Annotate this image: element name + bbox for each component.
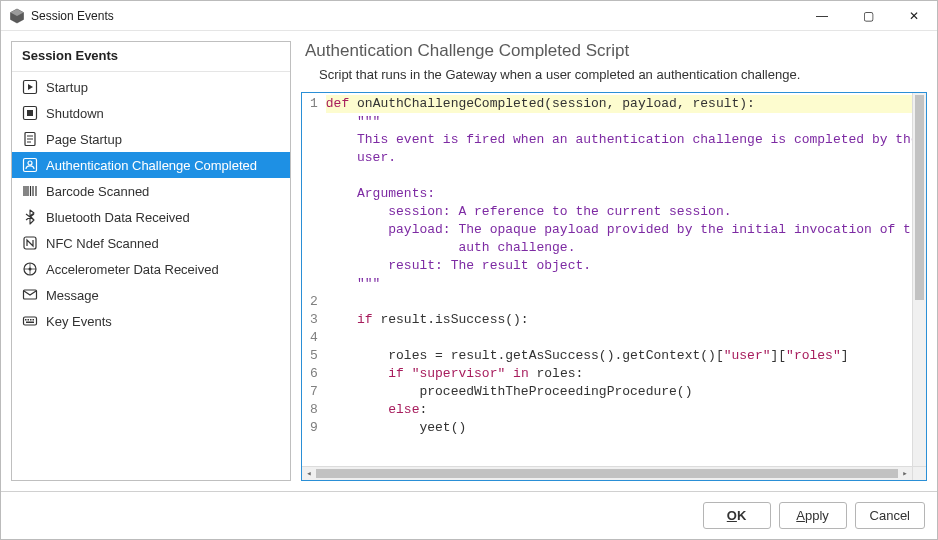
accel-icon <box>22 261 38 277</box>
gutter-line: 1 <box>310 95 318 113</box>
svg-rect-28 <box>33 319 35 321</box>
code-line[interactable]: proceedWithTheProceedingProcedure() <box>326 383 926 401</box>
code-gutter: 123456789 <box>302 93 322 480</box>
bluetooth-icon <box>22 209 38 225</box>
message-icon <box>22 287 38 303</box>
gutter-line <box>310 131 318 149</box>
gutter-line: 7 <box>310 383 318 401</box>
sidebar-item-label: Accelerometer Data Received <box>46 262 219 277</box>
code-line[interactable]: Arguments: <box>326 185 926 203</box>
code-line[interactable]: else: <box>326 401 926 419</box>
code-line[interactable]: session: A reference to the current sess… <box>326 203 926 221</box>
sidebar-item-label: Page Startup <box>46 132 122 147</box>
code-line[interactable]: auth challenge. <box>326 239 926 257</box>
code-line[interactable]: user. <box>326 149 926 167</box>
code-line[interactable]: """ <box>326 113 926 131</box>
sidebar-item-accelerometer-data-received[interactable]: Accelerometer Data Received <box>12 256 290 282</box>
ok-button[interactable]: OK <box>703 502 771 529</box>
svg-point-11 <box>28 161 32 165</box>
gutter-line <box>310 185 318 203</box>
gutter-line <box>310 221 318 239</box>
scroll-right-arrow-icon[interactable]: ▸ <box>898 467 912 481</box>
gutter-line: 5 <box>310 347 318 365</box>
sidebar-item-authentication-challenge-completed[interactable]: Authentication Challenge Completed <box>12 152 290 178</box>
code-line[interactable]: yeet() <box>326 419 926 437</box>
gutter-line: 8 <box>310 401 318 419</box>
sidebar-header: Session Events <box>12 42 290 72</box>
code-line[interactable]: result: The result object. <box>326 257 926 275</box>
code-body[interactable]: def onAuthChallengeCompleted(session, pa… <box>322 93 926 480</box>
page-title: Authentication Challenge Completed Scrip… <box>301 41 927 65</box>
sidebar-item-label: Message <box>46 288 99 303</box>
sidebar-items: StartupShutdownPage StartupAuthenticatio… <box>12 72 290 480</box>
window-controls: — ▢ ✕ <box>799 1 937 30</box>
code-editor[interactable]: 123456789 def onAuthChallengeCompleted(s… <box>301 92 927 481</box>
code-line[interactable]: if result.isSuccess(): <box>326 311 926 329</box>
sidebar-item-shutdown[interactable]: Shutdown <box>12 100 290 126</box>
sidebar-item-message[interactable]: Message <box>12 282 290 308</box>
code-line[interactable]: payload: The opaque payload provided by … <box>326 221 926 239</box>
code-lines[interactable]: def onAuthChallengeCompleted(session, pa… <box>322 93 926 439</box>
sidebar-item-bluetooth-data-received[interactable]: Bluetooth Data Received <box>12 204 290 230</box>
code-line[interactable]: if "supervisor" in roles: <box>326 365 926 383</box>
main-panel: Authentication Challenge Completed Scrip… <box>301 41 927 481</box>
code-line[interactable]: This event is fired when an authenticati… <box>326 131 926 149</box>
vertical-scroll-thumb[interactable] <box>915 95 924 300</box>
auth-icon <box>22 157 38 173</box>
dialog-footer: OK Apply Cancel <box>1 491 937 539</box>
window-title: Session Events <box>31 9 799 23</box>
stop-icon <box>22 105 38 121</box>
code-line[interactable]: """ <box>326 275 926 293</box>
sidebar-item-nfc-ndef-scanned[interactable]: NFC Ndef Scanned <box>12 230 290 256</box>
body-area: Session Events StartupShutdownPage Start… <box>1 31 937 491</box>
horizontal-scrollbar[interactable]: ◂ ▸ <box>302 466 912 480</box>
code-line[interactable] <box>326 293 926 311</box>
sidebar-item-label: Barcode Scanned <box>46 184 149 199</box>
gutter-line: 3 <box>310 311 318 329</box>
key-icon <box>22 313 38 329</box>
gutter-line: 2 <box>310 293 318 311</box>
code-line[interactable] <box>326 329 926 347</box>
sidebar-item-label: Bluetooth Data Received <box>46 210 190 225</box>
play-icon <box>22 79 38 95</box>
sidebar-item-label: Startup <box>46 80 88 95</box>
gutter-line <box>310 113 318 131</box>
svg-rect-27 <box>30 319 32 321</box>
code-line[interactable]: roles = result.getAsSuccess().getContext… <box>326 347 926 365</box>
code-line[interactable]: def onAuthChallengeCompleted(session, pa… <box>326 95 926 113</box>
scroll-left-arrow-icon[interactable]: ◂ <box>302 467 316 481</box>
maximize-button[interactable]: ▢ <box>845 1 891 30</box>
gutter-line <box>310 167 318 185</box>
sidebar-item-page-startup[interactable]: Page Startup <box>12 126 290 152</box>
minimize-button[interactable]: — <box>799 1 845 30</box>
vertical-scrollbar[interactable] <box>912 93 926 466</box>
sidebar-item-startup[interactable]: Startup <box>12 74 290 100</box>
scroll-corner <box>912 466 926 480</box>
nfc-icon <box>22 235 38 251</box>
gutter-line: 6 <box>310 365 318 383</box>
app-icon <box>9 8 25 24</box>
sidebar-item-key-events[interactable]: Key Events <box>12 308 290 334</box>
gutter-line <box>310 239 318 257</box>
svg-rect-26 <box>28 319 30 321</box>
sidebar: Session Events StartupShutdownPage Start… <box>11 41 291 481</box>
svg-rect-24 <box>24 317 37 325</box>
gutter-line <box>310 149 318 167</box>
close-button[interactable]: ✕ <box>891 1 937 30</box>
sidebar-item-label: Key Events <box>46 314 112 329</box>
page-icon <box>22 131 38 147</box>
sidebar-item-barcode-scanned[interactable]: Barcode Scanned <box>12 178 290 204</box>
gutter-line: 9 <box>310 419 318 437</box>
gutter-line <box>310 257 318 275</box>
cancel-button[interactable]: Cancel <box>855 502 925 529</box>
barcode-icon <box>22 183 38 199</box>
code-line[interactable] <box>326 167 926 185</box>
sidebar-item-label: Shutdown <box>46 106 104 121</box>
horizontal-scroll-thumb[interactable] <box>316 469 898 478</box>
svg-marker-3 <box>28 84 33 90</box>
sidebar-item-label: NFC Ndef Scanned <box>46 236 159 251</box>
svg-rect-25 <box>25 319 27 321</box>
page-description: Script that runs in the Gateway when a u… <box>301 65 927 92</box>
sidebar-item-label: Authentication Challenge Completed <box>46 158 257 173</box>
apply-button[interactable]: Apply <box>779 502 847 529</box>
